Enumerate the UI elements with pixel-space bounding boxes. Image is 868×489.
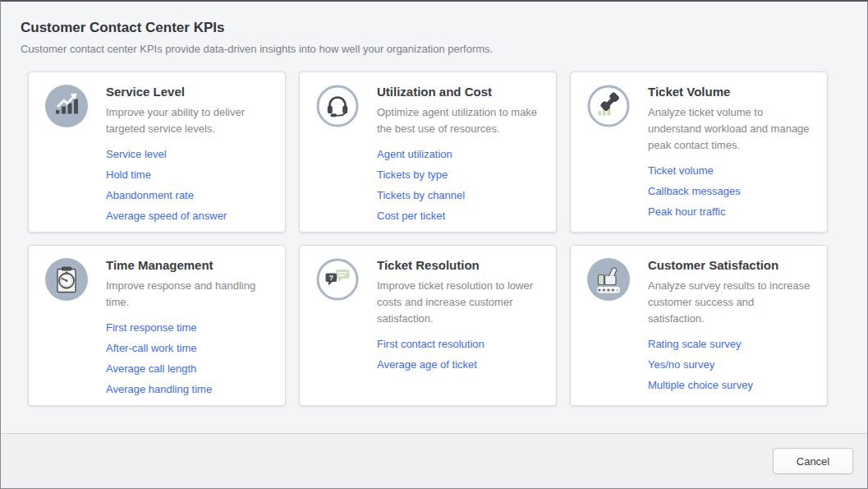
stopwatch-clipboard-icon <box>45 258 88 301</box>
card-title: Ticket Volume <box>648 85 812 99</box>
kpi-link-first-contact-resolution[interactable]: First contact resolution <box>377 338 541 350</box>
card-description: Analyze ticket volume to understand work… <box>648 104 812 154</box>
kpi-link-peak-hour-traffic[interactable]: Peak hour traffic <box>648 205 812 218</box>
kpi-link-first-response-time[interactable]: First response time <box>106 321 270 334</box>
page-title: Customer Contact Center KPIs <box>1 20 867 36</box>
kpi-link-list: Service level Hold time Abandonment rate… <box>106 148 270 222</box>
card-description: Improve ticket resolution to lower costs… <box>377 278 541 327</box>
kpi-link-callback-messages[interactable]: Callback messages <box>648 185 812 197</box>
kpi-link-average-handling-time[interactable]: Average handling time <box>106 383 270 395</box>
phone-bars-icon <box>587 85 630 127</box>
card-title: Customer Satisfaction <box>648 258 812 272</box>
svg-text:?: ? <box>329 274 334 282</box>
kpi-link-average-call-length[interactable]: Average call length <box>106 362 270 375</box>
card-title: Ticket Resolution <box>377 258 541 272</box>
page-subtitle: Customer contact center KPIs provide dat… <box>1 43 867 55</box>
kpi-link-rating-scale-survey[interactable]: Rating scale survey <box>648 338 812 350</box>
kpi-link-list: First contact resolution Average age of … <box>377 338 541 371</box>
kpi-link-ticket-volume[interactable]: Ticket volume <box>648 164 812 177</box>
card-description: Improve response and handling time. <box>106 278 270 311</box>
kpi-card-ticket-resolution: ? Ticket Resolution Improve ticket resol… <box>299 245 557 406</box>
card-description: Analyze survey results to increase custo… <box>648 278 812 327</box>
svg-text:★★★★★: ★★★★★ <box>597 287 620 293</box>
kpi-link-agent-utilization[interactable]: Agent utilization <box>377 148 541 160</box>
kpi-link-tickets-by-channel[interactable]: Tickets by channel <box>377 189 541 201</box>
card-description: Improve your ability to deliver targeted… <box>106 104 270 137</box>
kpi-link-service-level[interactable]: Service level <box>106 148 270 160</box>
kpi-card-grid: Service Level Improve your ability to de… <box>28 72 828 406</box>
kpi-link-tickets-by-type[interactable]: Tickets by type <box>377 168 541 181</box>
bar-chart-trend-icon <box>45 85 88 127</box>
kpi-card-time-management: Time Management Improve response and han… <box>28 245 286 406</box>
chat-question-icon: ? <box>316 258 359 301</box>
card-title: Utilization and Cost <box>377 85 541 99</box>
dialog-content: Customer Contact Center KPIs Customer co… <box>1 2 867 433</box>
kpi-dialog: Customer Contact Center KPIs Customer co… <box>0 0 868 489</box>
kpi-link-after-call-work-time[interactable]: After-call work time <box>106 342 270 354</box>
kpi-link-hold-time[interactable]: Hold time <box>106 168 270 181</box>
kpi-card-customer-satisfaction: ★★★★★ Customer Satisfaction Analyze surv… <box>570 245 828 406</box>
kpi-card-utilization-and-cost: Utilization and Cost Optimize agent util… <box>299 72 557 233</box>
kpi-link-list: Ticket volume Callback messages Peak hou… <box>648 164 812 218</box>
kpi-link-average-speed-of-answer[interactable]: Average speed of answer <box>106 210 270 222</box>
kpi-link-list: Agent utilization Tickets by type Ticket… <box>377 148 541 222</box>
card-title: Time Management <box>106 258 270 272</box>
card-title: Service Level <box>106 85 270 99</box>
kpi-link-abandonment-rate[interactable]: Abandonment rate <box>106 189 270 201</box>
kpi-card-ticket-volume: Ticket Volume Analyze ticket volume to u… <box>570 72 828 233</box>
card-description: Optimize agent utilization to make the b… <box>377 104 541 137</box>
kpi-card-service-level: Service Level Improve your ability to de… <box>28 72 286 233</box>
kpi-link-list: First response time After-call work time… <box>106 321 270 395</box>
kpi-link-cost-per-ticket[interactable]: Cost per ticket <box>377 210 541 222</box>
cancel-button[interactable]: Cancel <box>773 448 853 474</box>
kpi-link-average-age-of-ticket[interactable]: Average age of ticket <box>377 358 541 371</box>
kpi-link-list: Rating scale survey Yes/no survey Multip… <box>648 338 812 391</box>
kpi-link-yes-no-survey[interactable]: Yes/no survey <box>648 358 812 371</box>
kpi-link-multiple-choice-survey[interactable]: Multiple choice survey <box>648 379 812 391</box>
dialog-footer: Cancel <box>1 433 867 488</box>
thumbs-up-rating-icon: ★★★★★ <box>587 258 630 301</box>
headset-icon <box>316 85 359 127</box>
